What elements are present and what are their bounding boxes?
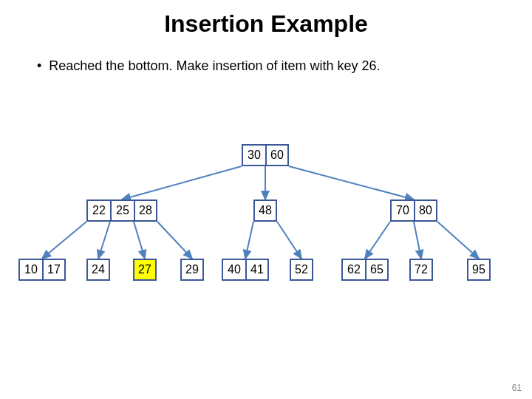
btree-diagram: 30 60 22 25 28 48 70 80 10 17 24 27 29 4… [0, 0, 532, 399]
key: 62 [341, 259, 365, 281]
node-leaf-5: 52 [290, 259, 313, 281]
node-leaf-2: 27 [133, 259, 157, 281]
key-highlight: 27 [133, 259, 157, 281]
svg-line-4 [98, 222, 110, 259]
key: 60 [265, 144, 289, 166]
node-leaf-8: 95 [467, 259, 491, 281]
node-leaf-6: 62 65 [341, 259, 389, 281]
key: 40 [222, 259, 245, 281]
key: 10 [18, 259, 42, 281]
svg-line-6 [157, 222, 192, 259]
key: 70 [390, 200, 414, 222]
key: 72 [409, 259, 433, 281]
svg-line-5 [134, 222, 145, 259]
node-leaf-0: 10 17 [18, 259, 66, 281]
key: 25 [110, 200, 134, 222]
key: 52 [290, 259, 313, 281]
svg-line-10 [414, 222, 421, 259]
key: 29 [180, 259, 204, 281]
node-internal-1: 48 [253, 200, 277, 222]
key: 80 [414, 200, 437, 222]
svg-line-2 [289, 166, 414, 200]
node-leaf-4: 40 41 [222, 259, 269, 281]
svg-line-0 [122, 166, 242, 200]
svg-line-3 [42, 222, 86, 259]
key: 41 [245, 259, 269, 281]
key: 48 [253, 200, 277, 222]
key: 30 [242, 144, 265, 166]
svg-line-7 [245, 222, 253, 259]
node-leaf-7: 72 [409, 259, 433, 281]
key: 28 [134, 200, 157, 222]
svg-line-8 [277, 222, 301, 259]
node-leaf-1: 24 [86, 259, 110, 281]
key: 65 [365, 259, 389, 281]
svg-line-11 [437, 222, 479, 259]
page-number: 61 [512, 383, 522, 393]
key: 22 [86, 200, 110, 222]
node-leaf-3: 29 [180, 259, 204, 281]
key: 17 [42, 259, 66, 281]
key: 24 [86, 259, 110, 281]
node-internal-0: 22 25 28 [86, 200, 157, 222]
node-root: 30 60 [242, 144, 289, 166]
node-internal-2: 70 80 [390, 200, 437, 222]
svg-line-9 [365, 222, 390, 259]
key: 95 [467, 259, 491, 281]
